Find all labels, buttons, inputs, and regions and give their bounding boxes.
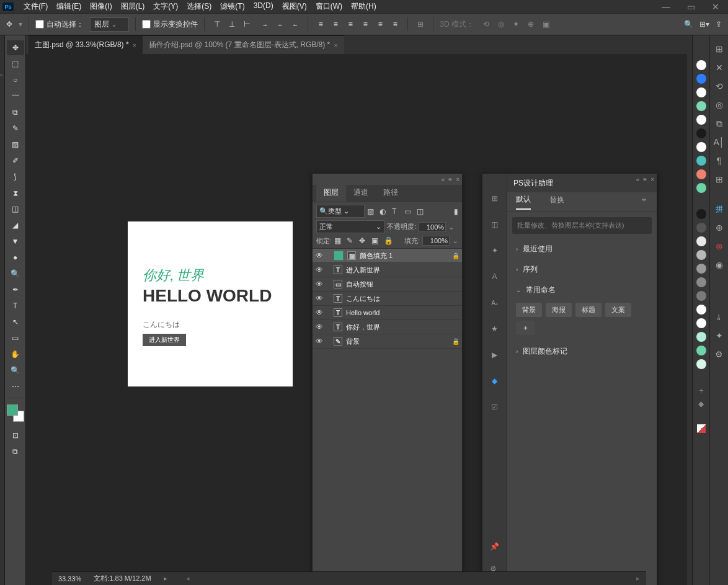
swatch-dot[interactable] bbox=[696, 359, 706, 369]
layer-name[interactable]: 进入新世界 bbox=[346, 266, 459, 275]
workspace-icon[interactable]: ⊞▾ bbox=[699, 20, 709, 29]
swatch-dot[interactable] bbox=[696, 291, 706, 301]
panel-menu-icon[interactable]: ≡ bbox=[643, 176, 647, 183]
right-tool-4[interactable]: ⧉ bbox=[713, 117, 726, 130]
menu-item[interactable]: 文字(Y) bbox=[153, 1, 178, 12]
add-swatch-icon[interactable]: ＋ bbox=[698, 385, 705, 396]
close-button[interactable]: ✕ bbox=[706, 1, 726, 12]
search-icon[interactable]: 🔍 bbox=[684, 20, 693, 29]
right-tool-2[interactable]: ⟲ bbox=[713, 80, 726, 92]
swatch-dot[interactable] bbox=[696, 305, 706, 315]
menu-item[interactable]: 视图(V) bbox=[282, 1, 307, 12]
swatch-reset-icon[interactable] bbox=[697, 424, 706, 433]
tool-16[interactable]: T bbox=[7, 298, 24, 313]
assist-tool-star[interactable]: ★ bbox=[489, 323, 501, 335]
menu-item[interactable]: 选择(S) bbox=[187, 1, 211, 12]
close-tab-icon[interactable]: × bbox=[334, 42, 337, 49]
swatch-dot[interactable] bbox=[696, 209, 706, 219]
assist-tool-layers[interactable]: ◆ bbox=[489, 375, 501, 387]
right-tool-11[interactable]: ⊛ bbox=[713, 240, 726, 252]
right-tool-18[interactable]: ⚙ bbox=[713, 348, 726, 360]
panel-tab[interactable]: 路径 bbox=[376, 184, 406, 202]
visibility-icon[interactable]: 👁 bbox=[315, 280, 324, 288]
menu-item[interactable]: 滤镜(T) bbox=[220, 1, 244, 12]
tool-5[interactable]: ✎ bbox=[7, 121, 24, 136]
assist-pin-icon[interactable]: 📌 bbox=[490, 542, 499, 551]
swatch-dot[interactable] bbox=[696, 60, 706, 70]
swatch-dot[interactable] bbox=[696, 332, 706, 342]
swatch-dot[interactable] bbox=[696, 277, 706, 287]
assist-tool-1[interactable]: ⊞ bbox=[489, 192, 501, 205]
move-tool-icon[interactable]: ✥ bbox=[6, 20, 12, 29]
layer-filter-type[interactable]: 🔍 类型 ⌄ bbox=[316, 205, 365, 218]
layer-row[interactable]: 👁 ▭ 自动按钮 bbox=[313, 277, 462, 292]
blend-mode-select[interactable]: 正常 ⌄ bbox=[316, 220, 384, 233]
assist-tool-check[interactable]: ☑ bbox=[489, 401, 501, 413]
tool-15[interactable]: ✒ bbox=[7, 282, 24, 297]
right-tool-0[interactable]: ⊞ bbox=[713, 43, 726, 55]
tool-17[interactable]: ↖ bbox=[7, 315, 24, 329]
align-group-1[interactable]: ⊤⊥⊢ bbox=[211, 18, 253, 30]
tool-13[interactable]: ● bbox=[7, 250, 24, 265]
right-tool-10[interactable]: ⊕ bbox=[713, 221, 726, 234]
layer-name[interactable]: こんにちは bbox=[346, 294, 459, 303]
layer-name[interactable]: Hello world bbox=[346, 309, 459, 316]
quickmask-icon[interactable]: ⊡ bbox=[7, 428, 24, 443]
right-tool-6[interactable]: ¶ bbox=[713, 154, 726, 167]
layer-row[interactable]: 👁 T 你好，世界 bbox=[313, 320, 462, 334]
assist-tab-replace[interactable]: 替换 bbox=[549, 195, 564, 209]
assist-tool-3[interactable]: ✦ bbox=[489, 244, 501, 257]
swatch-dot[interactable] bbox=[696, 156, 706, 166]
panel-close-icon[interactable]: × bbox=[650, 176, 654, 183]
swatch-dot[interactable] bbox=[696, 250, 706, 260]
name-tag[interactable]: 标题 bbox=[575, 303, 601, 317]
screenmode-icon[interactable]: ⧉ bbox=[7, 444, 24, 459]
maximize-button[interactable]: ▭ bbox=[681, 1, 701, 12]
auto-select-target[interactable]: 图层 ⌄ bbox=[90, 17, 129, 32]
share-icon[interactable]: ⇪ bbox=[716, 20, 722, 29]
visibility-icon[interactable]: 👁 bbox=[315, 294, 324, 303]
visibility-icon[interactable]: 👁 bbox=[315, 337, 324, 346]
layer-filter-icons[interactable]: ▧◐T▭◫ bbox=[367, 207, 425, 216]
right-tool-3[interactable]: ◎ bbox=[713, 99, 726, 111]
filter-toggle[interactable]: ▮ bbox=[454, 207, 458, 216]
menu-item[interactable]: 窗口(W) bbox=[316, 1, 342, 12]
layer-name[interactable]: 你好，世界 bbox=[346, 323, 459, 332]
tool-14[interactable]: 🔍 bbox=[7, 266, 24, 281]
opacity-input[interactable] bbox=[419, 222, 446, 232]
tool-1[interactable]: ⬚ bbox=[7, 56, 24, 71]
right-tool-5[interactable]: A│ bbox=[713, 136, 726, 148]
right-tool-7[interactable]: ⊞ bbox=[713, 173, 726, 185]
name-tag[interactable]: 背景 bbox=[516, 303, 542, 317]
auto-select-check[interactable]: 自动选择： bbox=[35, 19, 84, 30]
document-tab[interactable]: 插件介绍.psd @ 100% (7 重命名图层-表达式, RGB/8) *× bbox=[143, 35, 344, 54]
layer-row[interactable]: 👁 T こんにちは bbox=[313, 292, 462, 306]
swatch-dot[interactable] bbox=[696, 128, 706, 138]
swatch-dot[interactable] bbox=[696, 264, 706, 274]
swatch-dot[interactable] bbox=[696, 169, 706, 179]
panel-collapse-icon[interactable]: « bbox=[636, 176, 640, 183]
visibility-icon[interactable]: 👁 bbox=[315, 266, 324, 274]
tool-4[interactable]: ⧉ bbox=[7, 105, 24, 120]
tool-2[interactable]: ○ bbox=[7, 73, 24, 87]
show-transform-check[interactable]: 显示变换控件 bbox=[142, 19, 198, 30]
canvas[interactable]: 你好, 世界 HELLO WORLD こんにちは 进入新世界 «≡× 图层通道路… bbox=[26, 54, 687, 585]
layer-name[interactable]: 颜色填充 1 bbox=[360, 251, 448, 261]
zoom-level[interactable]: 33.33% bbox=[58, 575, 81, 583]
tool-11[interactable]: ◢ bbox=[7, 218, 24, 233]
tool-19[interactable]: ✋ bbox=[7, 347, 24, 362]
swatch-dot[interactable] bbox=[696, 318, 706, 328]
assist-tool-text[interactable]: A bbox=[489, 270, 501, 283]
visibility-icon[interactable]: 👁 bbox=[315, 323, 324, 331]
spacing-group[interactable]: ⊞ bbox=[414, 18, 427, 30]
document-tab[interactable]: 主图.psd @ 33.3%(RGB/8) *× bbox=[29, 35, 143, 54]
assist-search-input[interactable]: 批量修改、替换图层名称(支持表达) bbox=[512, 217, 652, 234]
layer-name[interactable]: 背景 bbox=[346, 337, 448, 346]
panel-tab[interactable]: 图层 bbox=[316, 184, 346, 202]
swatch-dot[interactable] bbox=[696, 346, 706, 355]
swatch-stack-icon[interactable]: ◆ bbox=[698, 400, 704, 408]
swatch-dot[interactable] bbox=[696, 223, 706, 233]
doc-size[interactable]: 文档:1.83 M/12.2M bbox=[94, 574, 151, 583]
color-swatches[interactable] bbox=[7, 404, 24, 422]
assist-tool-font[interactable]: Aₐ bbox=[489, 297, 501, 309]
